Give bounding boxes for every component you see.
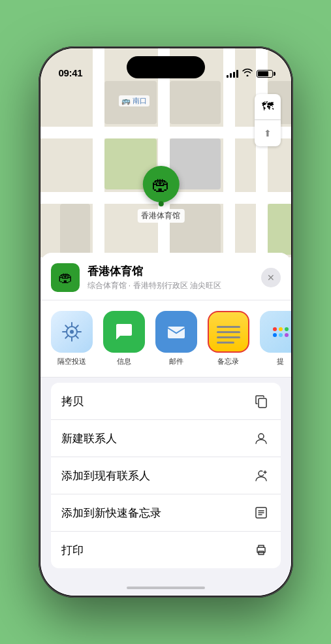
- svg-point-4: [259, 434, 264, 439]
- action-copy[interactable]: 拷贝: [51, 383, 281, 420]
- share-notes[interactable]: 备忘录: [208, 311, 249, 366]
- home-area: [40, 573, 291, 596]
- action-print[interactable]: 打印: [51, 532, 281, 568]
- airdrop-label: 隔空投送: [57, 357, 86, 366]
- svg-rect-3: [259, 398, 266, 408]
- home-indicator: [127, 587, 205, 589]
- status-icons: [227, 69, 273, 78]
- action-print-label: 打印: [61, 543, 84, 558]
- pin-label: 香港体育馆: [137, 209, 184, 223]
- wifi-icon: [242, 69, 253, 78]
- venue-info: 香港体育馆 综合体育馆 · 香港特别行政区 油尖旺区: [87, 264, 253, 291]
- venue-emoji: 🏟: [58, 269, 72, 286]
- status-time: 09:41: [59, 67, 83, 78]
- more-dots: [273, 327, 289, 337]
- map-type-button[interactable]: 🗺: [255, 94, 281, 120]
- add-existing-icon: [252, 466, 270, 485]
- map-label-nankou: 🚌 南口: [119, 95, 150, 106]
- notes-lines: [217, 326, 240, 344]
- share-messages[interactable]: 信息: [103, 311, 145, 366]
- share-more[interactable]: 提: [260, 311, 291, 366]
- battery-icon: [257, 70, 273, 78]
- new-contact-icon: [252, 429, 270, 447]
- messages-label: 信息: [117, 357, 131, 366]
- map-controls: 🗺 ⬆: [255, 94, 281, 146]
- pin-icon: 🏟: [142, 166, 179, 202]
- block4: [60, 204, 90, 255]
- phone-frame: 🚌 南口 09:41: [39, 46, 293, 598]
- print-icon: [252, 541, 270, 559]
- more-label: 提: [277, 357, 284, 366]
- phone-inner: 🚌 南口 09:41: [40, 48, 291, 596]
- action-new-contact[interactable]: 新建联系人: [51, 420, 281, 457]
- share-row: 隔空投送 信息: [40, 300, 291, 378]
- stadium-emoji: 🏟: [151, 174, 170, 195]
- compass-icon: ⬆: [264, 128, 272, 138]
- dynamic-island: [127, 56, 205, 78]
- close-icon: ✕: [267, 272, 275, 283]
- action-list: 拷贝 新建联系人: [51, 383, 281, 568]
- signal-icon: [227, 70, 238, 78]
- messages-icon: [103, 311, 145, 353]
- action-quick-note-label: 添加到新快速备忘录: [61, 506, 161, 521]
- label-text: 南口: [133, 97, 147, 105]
- airdrop-icon: [51, 311, 93, 353]
- mail-label: 邮件: [169, 357, 183, 366]
- venue-name: 香港体育馆: [87, 264, 253, 279]
- sheet-header: 🏟 香港体育馆 综合体育馆 · 香港特别行政区 油尖旺区 ✕: [40, 253, 291, 300]
- copy-icon: [252, 392, 270, 410]
- map-type-icon: 🗺: [262, 100, 274, 114]
- venue-subtitle: 综合体育馆 · 香港特别行政区 油尖旺区: [87, 280, 253, 291]
- venue-icon: 🏟: [51, 263, 80, 292]
- label-icon: 🚌: [121, 97, 131, 105]
- action-add-existing-label: 添加到现有联系人: [61, 468, 150, 483]
- stadium-pin[interactable]: 🏟 香港体育馆: [137, 166, 184, 223]
- notes-label: 备忘录: [217, 357, 239, 366]
- action-quick-note[interactable]: 添加到新快速备忘录: [51, 494, 281, 532]
- block6: [268, 204, 291, 255]
- action-add-existing[interactable]: 添加到现有联系人: [51, 457, 281, 494]
- share-airdrop[interactable]: 隔空投送: [51, 311, 93, 366]
- more-icon: [260, 311, 291, 353]
- action-new-contact-label: 新建联系人: [61, 431, 117, 446]
- bottom-sheet: 🏟 香港体育馆 综合体育馆 · 香港特别行政区 油尖旺区 ✕: [40, 253, 291, 596]
- close-button[interactable]: ✕: [261, 268, 281, 287]
- action-copy-label: 拷贝: [61, 394, 84, 409]
- share-mail[interactable]: 邮件: [155, 311, 197, 366]
- mail-icon: [155, 311, 197, 353]
- notes-icon: [208, 311, 249, 353]
- svg-point-1: [70, 330, 74, 334]
- quick-note-icon: [252, 504, 270, 522]
- compass-button[interactable]: ⬆: [255, 120, 281, 146]
- block2: [170, 81, 221, 124]
